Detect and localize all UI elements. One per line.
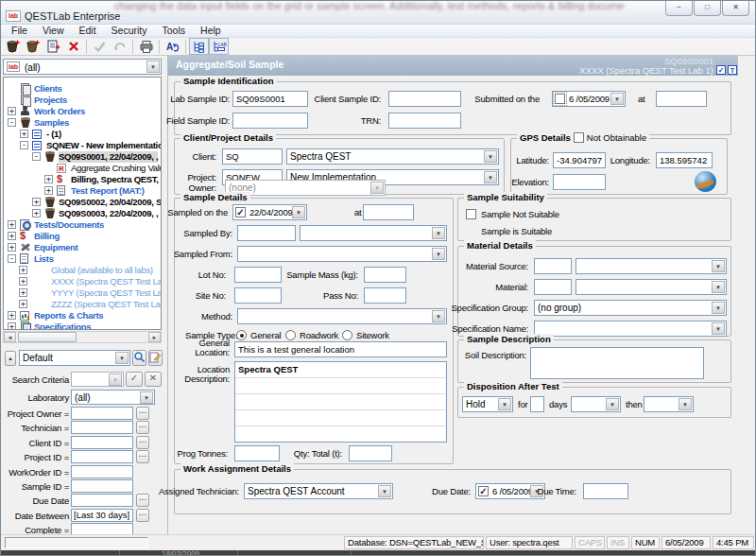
- chevron-down-icon[interactable]: ▼: [712, 281, 725, 293]
- field-sample-id-field[interactable]: [232, 113, 308, 129]
- location-description-row[interactable]: [235, 426, 446, 443]
- general-radio[interactable]: [236, 330, 247, 340]
- tree-view-button[interactable]: [189, 38, 209, 55]
- material-source-code-field[interactable]: [534, 258, 572, 274]
- expand-icon[interactable]: +: [19, 288, 27, 297]
- browse-button[interactable]: ...: [136, 407, 149, 420]
- not-suitable-checkbox[interactable]: [466, 209, 476, 219]
- tree-item[interactable]: +Reports & Charts: [4, 310, 161, 321]
- filter-input[interactable]: [71, 465, 133, 478]
- menu-edit[interactable]: Edit: [72, 25, 104, 37]
- elevation-field[interactable]: [553, 174, 606, 190]
- expand-icon[interactable]: +: [19, 300, 27, 308]
- scroll-left-icon[interactable]: ◄: [4, 332, 16, 342]
- client-name-combo[interactable]: Spectra QEST ▼: [286, 148, 499, 165]
- filter-input[interactable]: [71, 436, 133, 449]
- lab-filter-combo[interactable]: lab (all) ▼: [3, 59, 162, 75]
- location-description-row[interactable]: [235, 410, 446, 426]
- roadwork-radio[interactable]: [285, 330, 296, 340]
- expand-icon[interactable]: +: [19, 277, 27, 286]
- collapse-icon[interactable]: -: [32, 152, 41, 161]
- menu-security[interactable]: Security: [104, 25, 155, 37]
- maximize-button[interactable]: □: [694, 1, 721, 16]
- close-button[interactable]: ✕: [722, 1, 749, 16]
- expand-icon[interactable]: +: [8, 220, 16, 229]
- filter-input[interactable]: [71, 450, 133, 463]
- tree-item[interactable]: +Billing, Spectra QEST, Ne: [4, 174, 161, 185]
- expand-icon[interactable]: +: [20, 130, 28, 138]
- menu-file[interactable]: File: [4, 25, 35, 37]
- lot-no-field[interactable]: [234, 267, 282, 283]
- material-code-field[interactable]: [534, 279, 572, 295]
- chevron-down-icon[interactable]: ▼: [498, 398, 511, 410]
- method-combo[interactable]: ▼: [237, 308, 447, 324]
- chevron-down-icon[interactable]: ▼: [432, 227, 445, 239]
- general-location-field[interactable]: [234, 341, 447, 357]
- sort-button[interactable]: A: [163, 38, 182, 55]
- chevron-down-icon[interactable]: ▼: [378, 485, 391, 497]
- chevron-down-icon[interactable]: ▼: [610, 93, 624, 105]
- chevron-down-icon[interactable]: ▼: [606, 398, 619, 410]
- expand-icon[interactable]: +: [44, 175, 53, 183]
- location-description-row[interactable]: [235, 394, 446, 410]
- tree-horizontal-scrollbar[interactable]: ◄ ►: [3, 331, 162, 343]
- material-combo[interactable]: ▼: [576, 279, 727, 295]
- tree-item[interactable]: Aggregate Crushing Value: [4, 163, 161, 174]
- browse-button[interactable]: ...: [136, 421, 149, 434]
- chevron-down-icon[interactable]: ▼: [432, 248, 445, 260]
- due-time-field[interactable]: [583, 483, 628, 499]
- delete-button[interactable]: [63, 38, 83, 55]
- search-preset-combo[interactable]: Default ▼: [19, 350, 130, 366]
- apply-button[interactable]: [90, 38, 110, 55]
- pass-no-field[interactable]: [364, 287, 406, 304]
- filter-input[interactable]: [71, 509, 133, 522]
- due-date-picker[interactable]: 6 /05/2009 ▼: [475, 483, 545, 499]
- clear-criteria-button[interactable]: ✕: [145, 372, 162, 387]
- expand-icon[interactable]: +: [32, 209, 41, 217]
- scroll-right-icon[interactable]: ►: [148, 332, 161, 342]
- chevron-down-icon[interactable]: ▼: [712, 302, 725, 314]
- header-check-button[interactable]: ✓: [716, 65, 726, 75]
- new-sample-button[interactable]: [4, 38, 24, 55]
- tree-item[interactable]: -Samples: [4, 117, 161, 129]
- accept-criteria-button[interactable]: ✓: [126, 372, 143, 387]
- expand-icon[interactable]: +: [32, 198, 41, 206]
- expand-icon[interactable]: +: [19, 266, 27, 274]
- assigned-technician-combo[interactable]: Spectra QEST Account ▼: [244, 483, 393, 499]
- trn-field[interactable]: [388, 113, 461, 129]
- tree-item[interactable]: +YYYY (Spectra QEST Test Lab 2): [4, 287, 161, 299]
- filter-input[interactable]: [71, 479, 133, 493]
- sampled-date-picker[interactable]: 22/04/2009 ▼: [232, 204, 307, 220]
- qty-total-field[interactable]: [349, 445, 392, 461]
- collapse-icon[interactable]: -: [8, 254, 16, 263]
- minimize-button[interactable]: −: [665, 1, 693, 16]
- chevron-down-icon[interactable]: ▼: [432, 310, 445, 322]
- browse-button[interactable]: ...: [136, 509, 149, 522]
- disposition-action-combo[interactable]: Hold ▼: [462, 396, 513, 412]
- chevron-down-icon[interactable]: ▼: [484, 150, 497, 163]
- tree-item[interactable]: -SQNEW - New Implementation (: [4, 140, 161, 151]
- longitude-field[interactable]: [656, 152, 713, 168]
- spec-group-combo[interactable]: (no group) ▼: [534, 300, 727, 316]
- disposition-then-combo[interactable]: ▼: [644, 396, 694, 412]
- chevron-down-icon[interactable]: ▼: [115, 352, 129, 364]
- sampled-from-combo[interactable]: ▼: [237, 246, 447, 262]
- client-code-field[interactable]: [222, 148, 283, 165]
- chevron-down-icon[interactable]: ▼: [679, 398, 692, 410]
- laboratory-combo[interactable]: (all) ▼: [71, 390, 155, 405]
- prog-tonnes-field[interactable]: [234, 445, 280, 461]
- submitted-time-field[interactable]: [656, 91, 707, 107]
- undo-button[interactable]: [110, 38, 129, 55]
- tree-item[interactable]: +Specifications: [4, 321, 161, 330]
- chevron-down-icon[interactable]: ▼: [484, 171, 497, 183]
- chevron-down-icon[interactable]: ▼: [292, 206, 305, 218]
- location-description-row[interactable]: Spectra QEST: [235, 362, 446, 378]
- tree-item[interactable]: -Lists: [4, 253, 161, 265]
- material-source-combo[interactable]: ▼: [576, 258, 727, 274]
- sitework-radio[interactable]: [342, 330, 352, 340]
- sampled-date-checkbox[interactable]: [235, 207, 246, 217]
- header-text-mode-button[interactable]: T: [728, 65, 737, 75]
- globe-map-icon[interactable]: [695, 171, 716, 192]
- collapse-icon[interactable]: -: [20, 141, 28, 149]
- not-obtainable-checkbox[interactable]: [574, 132, 584, 143]
